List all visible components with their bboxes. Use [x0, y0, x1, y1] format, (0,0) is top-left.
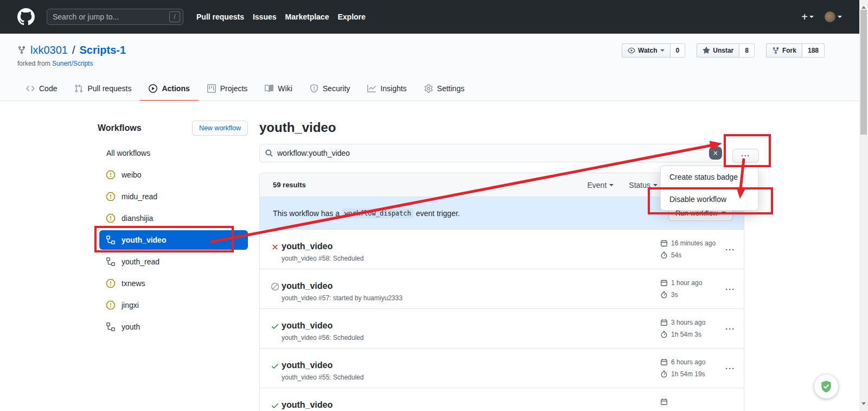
sidebar-item-all-workflows[interactable]: All workflows [98, 142, 248, 164]
event-filter-dropdown[interactable]: Event [587, 181, 614, 189]
nav-explore[interactable]: Explore [337, 12, 365, 21]
menu-item-create-status-badge[interactable]: Create status badge [661, 166, 758, 188]
workflow-run-row: youth_video youth_video #57: started by … [260, 269, 744, 309]
fork-label: Fork [782, 47, 796, 54]
warning-octagon-icon [106, 192, 115, 201]
sidebar-item-midu-read[interactable]: midu_read [98, 186, 248, 207]
main-content: youth_video ··· 59 results Event Status [259, 118, 759, 135]
tab-pull-requests[interactable]: Pull requests [66, 77, 140, 101]
gear-icon [424, 84, 433, 93]
graph-icon [367, 84, 376, 93]
runs-search [259, 144, 725, 162]
sidebar-item-weibo[interactable]: weibo [98, 164, 248, 186]
star-icon [703, 47, 710, 54]
chevron-down-icon [653, 184, 658, 188]
tab-actions[interactable]: Actions [140, 77, 198, 101]
scrollbar-thumb[interactable] [860, 10, 867, 135]
run-title-link[interactable]: youth_video [282, 360, 333, 371]
sidebar-item-txnews[interactable]: txnews [98, 273, 248, 294]
github-logo-icon[interactable] [17, 8, 35, 26]
page-scrollbar[interactable] [859, 0, 868, 411]
unstar-button[interactable]: Unstar [697, 43, 739, 58]
warning-octagon-icon [106, 301, 115, 309]
calendar-icon [660, 319, 668, 326]
global-search-input[interactable] [47, 9, 183, 25]
create-new-button[interactable]: + [801, 11, 814, 22]
watch-label: Watch [638, 47, 658, 54]
repo-title: lxk0301 / Scripts-1 [17, 43, 126, 57]
runs-search-input[interactable] [259, 144, 725, 162]
tab-label: Projects [220, 84, 248, 93]
chevron-down-icon [660, 49, 665, 54]
run-time: 16 minutes ago [671, 239, 716, 247]
run-title-link[interactable]: youth_video [282, 320, 333, 331]
chevron-down-icon [722, 212, 726, 216]
sidebar-item-youth[interactable]: youth [98, 316, 248, 338]
tab-wiki[interactable]: Wiki [256, 77, 301, 101]
adguard-extension-button[interactable] [814, 375, 838, 399]
workflow-run-row: youth_video [260, 388, 744, 411]
repo-name-link[interactable]: Scripts-1 [80, 43, 126, 57]
banner-text: event trigger. [416, 209, 460, 218]
sidebar-item-jingxi[interactable]: jingxi [98, 294, 248, 316]
sidebar-item-dianshijia[interactable]: dianshijia [98, 207, 248, 229]
page-title: youth_video [259, 120, 759, 135]
book-icon [265, 84, 273, 93]
nav-issues[interactable]: Issues [253, 12, 277, 21]
nav-marketplace[interactable]: Marketplace [285, 12, 329, 21]
watch-button[interactable]: Watch [622, 43, 671, 58]
tab-projects[interactable]: Projects [199, 77, 257, 101]
workflow-options-menu: Create status badge Disable workflow [660, 166, 758, 211]
banner-text: This workflow has a [273, 209, 340, 218]
menu-item-disable-workflow[interactable]: Disable workflow [661, 188, 758, 210]
run-options-button[interactable]: ··· [725, 245, 735, 254]
workflow-run-row: youth_video youth_video #58: Scheduled 1… [260, 230, 744, 269]
stopwatch-icon [660, 331, 668, 338]
repo-social-buttons: Watch 0 Unstar 8 Fork 188 [622, 43, 825, 58]
sidebar-item-youth-video[interactable]: youth_video [99, 230, 248, 250]
fork-button[interactable]: Fork [766, 43, 802, 58]
user-menu-button[interactable] [825, 11, 842, 22]
tab-settings[interactable]: Settings [416, 77, 474, 101]
new-workflow-button[interactable]: New workflow [192, 121, 248, 136]
forked-from-link[interactable]: Sunert/Scripts [52, 60, 93, 67]
success-check-icon [271, 322, 279, 331]
shield-icon [310, 84, 318, 93]
watch-count[interactable]: 0 [671, 43, 686, 58]
repo-header: lxk0301 / Scripts-1 forked from Sunert/S… [0, 34, 859, 101]
run-options-button[interactable]: ··· [725, 284, 735, 294]
calendar-icon [660, 398, 668, 406]
clear-search-button[interactable] [709, 147, 722, 160]
stopwatch-icon [660, 251, 668, 259]
workflow-list: All workflows weibo midu_read dianshijia… [98, 142, 248, 338]
scrollbar-up-arrow[interactable] [861, 4, 866, 9]
run-title-link[interactable]: youth_video [282, 400, 333, 410]
workflow-label: jingxi [122, 301, 139, 309]
run-options-button[interactable]: ··· [725, 364, 735, 373]
filter-label: Event [587, 181, 607, 189]
run-subtitle: youth_video #57: started by huamiyu2333 [282, 294, 403, 302]
fork-count[interactable]: 188 [802, 43, 825, 58]
status-filter-dropdown[interactable]: Status [629, 181, 658, 189]
run-time: 1 hour ago [671, 279, 702, 287]
tab-security[interactable]: Security [301, 77, 359, 101]
workflows-sidebar: Workflows New workflow All workflows wei… [98, 118, 248, 338]
run-title-link[interactable]: youth_video [282, 281, 333, 292]
tab-code[interactable]: Code [17, 77, 66, 101]
sidebar-item-youth-read[interactable]: youth_read [98, 251, 248, 273]
repo-owner-link[interactable]: lxk0301 [30, 43, 68, 57]
tab-insights[interactable]: Insights [359, 77, 415, 101]
tab-label: Actions [162, 84, 189, 93]
eye-icon [628, 47, 635, 54]
nav-pull-requests[interactable]: Pull requests [196, 12, 244, 21]
tab-label: Wiki [278, 84, 292, 93]
repo-forked-icon [17, 46, 26, 54]
run-options-button[interactable]: ··· [725, 324, 735, 333]
shield-check-icon [819, 380, 833, 394]
run-title-link[interactable]: youth_video [282, 241, 333, 252]
workflow-label: dianshijia [122, 214, 153, 223]
repo-separator: / [72, 43, 75, 57]
scrollbar-down-arrow[interactable] [861, 402, 866, 407]
run-duration: 1h 54m 3s [671, 331, 701, 338]
star-count[interactable]: 8 [739, 43, 755, 58]
